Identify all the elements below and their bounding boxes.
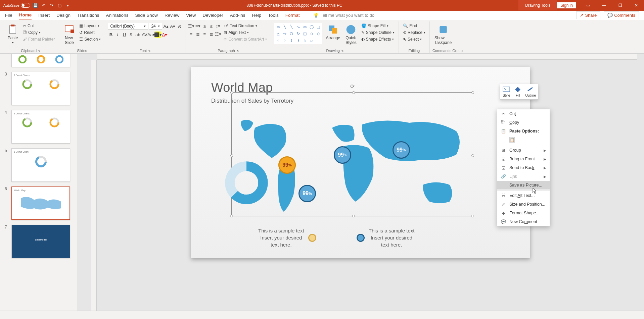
ctx-cut[interactable]: ✂Cut — [497, 109, 550, 118]
close-icon[interactable]: ✕ — [629, 0, 644, 11]
tab-addins[interactable]: Add-ins — [230, 11, 245, 19]
font-size-input[interactable]: 24▾ — [149, 23, 162, 30]
shape-more-icon[interactable]: ⋯ — [315, 37, 321, 43]
tab-format[interactable]: Format — [285, 11, 300, 19]
thumb-4[interactable]: 4 2 Donut Charts — [5, 110, 73, 144]
shape-arr2-icon[interactable]: ↻ — [295, 31, 301, 37]
ctx-group[interactable]: ⊞Group▶ — [497, 146, 550, 155]
case-button[interactable]: Aa▾ — [148, 32, 154, 38]
paste-button[interactable]: Paste▾ — [5, 23, 20, 46]
text-direction-button[interactable]: ↕AText Direction▾ — [222, 23, 268, 29]
ctx-size-position[interactable]: ⤢Size and Position... — [497, 200, 550, 209]
shape-brace-icon[interactable]: { — [275, 37, 281, 43]
thumb-7[interactable]: 7 SlideModel — [5, 225, 73, 258]
shape-brace2-icon[interactable]: } — [282, 37, 288, 43]
ctx-copy[interactable]: ⿻Copy — [497, 118, 550, 127]
tab-home[interactable]: Home — [19, 11, 32, 19]
section-button[interactable]: ☰Section▾ — [78, 36, 102, 42]
bullets-button[interactable]: ☰▾ — [188, 23, 194, 29]
mini-toolbar[interactable]: Style Fill Outline — [500, 84, 538, 100]
ctx-send-back[interactable]: ◲Send to Back▶ — [497, 163, 550, 172]
launcher-icon[interactable]: ⬊ — [148, 49, 151, 52]
thumb-3[interactable]: 3 2 Donut Charts — [5, 72, 73, 105]
tab-slideshow[interactable]: Slide Show — [135, 11, 158, 19]
legend-item-1[interactable]: This is a sample text Insert your desire… — [258, 227, 316, 248]
cut-button[interactable]: ✂Cut — [21, 23, 56, 29]
smartart-button[interactable]: ⟳Convert to SmartArt▾ — [222, 36, 268, 42]
spacing-button[interactable]: AV — [141, 32, 147, 38]
undo-icon[interactable]: ↶ — [41, 3, 46, 8]
underline-button[interactable]: U — [121, 32, 127, 38]
thumb-5[interactable]: 5 1 Donut Chart — [5, 148, 73, 182]
shape-outline-button[interactable]: ✎Shape Outline▾ — [360, 30, 396, 36]
arrange-button[interactable]: Arrange — [324, 23, 342, 42]
vertical-ruler[interactable] — [91, 60, 97, 311]
tab-help[interactable]: Help — [252, 11, 262, 19]
autosave-toggle[interactable]: AutoSave — [3, 3, 30, 8]
align-left-button[interactable]: ≡ — [188, 31, 194, 37]
minimize-icon[interactable]: — — [596, 0, 612, 11]
replace-button[interactable]: ⟲Replace▾ — [402, 30, 427, 36]
shape-arr-icon[interactable]: ⇨ — [282, 31, 288, 37]
ribbon-display-icon[interactable]: ▭ — [580, 0, 596, 11]
tab-tools[interactable]: Tools — [268, 11, 279, 19]
badge-eu[interactable]: 99% — [334, 146, 351, 164]
ctx-save-picture[interactable]: Save as Picture... — [497, 181, 550, 190]
italic-button[interactable]: I — [114, 32, 121, 38]
tab-transitions[interactable]: Transitions — [77, 11, 99, 19]
tab-developer[interactable]: Developer — [202, 11, 223, 19]
increase-indent-button[interactable]: ≥ — [208, 23, 214, 29]
tell-me-search[interactable]: 💡 Tell me what you want to do — [313, 13, 374, 18]
shape-brace3-icon[interactable]: { — [288, 37, 294, 43]
decrease-indent-button[interactable]: ≤ — [201, 23, 208, 29]
shadow-button[interactable]: ab — [135, 32, 141, 38]
launcher-icon[interactable]: ⬊ — [236, 49, 239, 52]
slide-editor[interactable]: World Map Distribution of Sales by Terro… — [77, 54, 644, 311]
format-painter-button[interactable]: 🖌Format Painter — [21, 36, 56, 42]
resize-handle[interactable] — [471, 91, 474, 94]
shape-star2-icon[interactable]: ☆ — [302, 37, 308, 43]
line-spacing-button[interactable]: ↕▾ — [215, 23, 221, 29]
redo-icon[interactable]: ↷ — [49, 3, 54, 8]
rotate-handle-icon[interactable]: ⟳ — [350, 83, 355, 90]
badge-as[interactable]: 99% — [393, 141, 410, 159]
columns-button[interactable]: ☷▾ — [215, 31, 221, 37]
shape-callout-icon[interactable]: ▱ — [309, 37, 315, 43]
tab-animations[interactable]: Animations — [106, 11, 129, 19]
shapes-gallery[interactable]: ▭ ╲ ╲ ↘ ▭ ◯ ▢ △ ⇨ ⬡ ↻ ◫ ◇ ◇ { } { } ☆ ▱ — [274, 23, 322, 44]
numbering-button[interactable]: ≡▾ — [195, 23, 201, 29]
shape-oval-icon[interactable]: ◯ — [309, 24, 315, 30]
mini-outline-button[interactable]: Outline — [525, 86, 536, 97]
align-right-button[interactable]: ≡ — [201, 31, 208, 37]
donut-left[interactable] — [225, 161, 268, 205]
justify-button[interactable]: ≣ — [208, 31, 214, 37]
save-icon[interactable]: 💾 — [33, 3, 38, 8]
ctx-edit-alt[interactable]: ☵Edit Alt Text... — [497, 191, 550, 200]
slide-canvas[interactable]: World Map Distribution of Sales by Terro… — [191, 67, 530, 258]
ctx-new-comment[interactable]: 💬New Comment — [497, 217, 550, 226]
present-icon[interactable]: ▢ — [57, 3, 62, 8]
decrease-font-icon[interactable]: A▾ — [170, 23, 176, 29]
shape-hex-icon[interactable]: ⬡ — [288, 31, 294, 37]
increase-font-icon[interactable]: A▴ — [163, 23, 169, 29]
reset-button[interactable]: ↺Reset — [78, 30, 102, 36]
shape-line2-icon[interactable]: ╲ — [288, 24, 294, 30]
mini-fill-button[interactable]: Fill — [514, 86, 522, 97]
layout-button[interactable]: ▦Layout▾ — [78, 23, 102, 29]
status-bar[interactable] — [0, 311, 644, 319]
thumb-6[interactable]: 6 World Map — [5, 187, 73, 220]
horizontal-ruler[interactable] — [97, 54, 637, 60]
find-button[interactable]: 🔍Find — [402, 23, 427, 29]
shape-tri-icon[interactable]: △ — [275, 31, 281, 37]
signin-button[interactable]: Sign in — [557, 2, 576, 8]
resize-handle[interactable] — [230, 91, 233, 94]
shape-brace4-icon[interactable]: } — [295, 37, 301, 43]
share-button[interactable]: ↗Share — [576, 11, 600, 19]
mini-style-button[interactable]: Style — [502, 86, 510, 97]
thumb-2-partial[interactable] — [5, 57, 73, 67]
font-name-input[interactable]: Calibri (Body)▾ — [108, 23, 148, 30]
qat-more-icon[interactable]: ▾ — [65, 3, 71, 8]
ctx-paste-option-1[interactable]: 📋 — [497, 136, 550, 144]
align-center-button[interactable]: ≣ — [195, 31, 201, 37]
shape-line-icon[interactable]: ╲ — [282, 24, 288, 30]
